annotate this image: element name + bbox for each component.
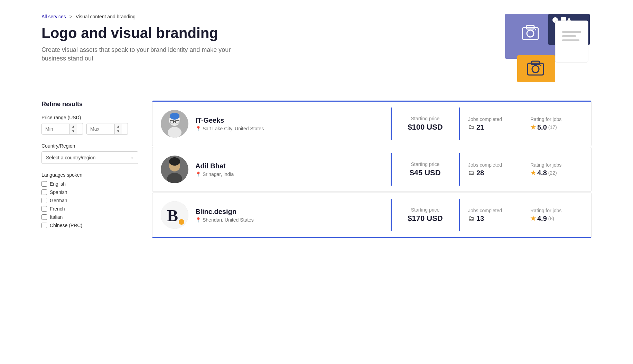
language-label-lang-chinese: Chinese (PRC) — [50, 223, 82, 228]
svg-point-21 — [170, 113, 179, 120]
jobs-label: Jobs completed — [468, 162, 514, 168]
price-value: $100 USD — [400, 123, 450, 132]
rating-label: Rating for jobs — [530, 208, 583, 213]
price-column: Starting price $100 USD — [391, 108, 460, 140]
rating-column: Rating for jobs ★ 4.9 (8) — [522, 199, 591, 231]
listing-card[interactable]: B Blinc.design 📍 Sheridan, United States… — [152, 193, 592, 238]
seller-location: 📍 Srinagar, India — [195, 171, 234, 177]
price-min-up[interactable]: ▲ — [70, 124, 77, 129]
language-checkbox-lang-italian[interactable] — [41, 214, 47, 220]
language-checkbox-lang-spanish[interactable] — [41, 189, 47, 195]
breadcrumb: All services > Visual content and brandi… — [41, 14, 249, 19]
price-max-down[interactable]: ▼ — [115, 129, 122, 134]
listing-card[interactable]: IT-Geeks 📍 Salt Lake City, United States… — [152, 101, 592, 146]
svg-rect-12 — [562, 39, 579, 41]
jobs-value: 🗂 28 — [468, 169, 514, 177]
jobs-column: Jobs completed 🗂 13 — [460, 199, 522, 231]
price-max-up[interactable]: ▲ — [115, 124, 122, 129]
rating-column: Rating for jobs ★ 4.8 (22) — [522, 154, 591, 185]
svg-point-4 — [535, 29, 536, 30]
jobs-value: 🗂 13 — [468, 215, 514, 223]
jobs-value: 🗂 21 — [468, 123, 514, 131]
location-icon: 📍 — [195, 217, 201, 223]
language-label-lang-english: English — [50, 181, 66, 187]
country-filter: Country/Region Select a country/region — [41, 143, 138, 164]
languages-label: Languages spoken — [41, 172, 138, 178]
svg-rect-9 — [555, 21, 588, 62]
country-label: Country/Region — [41, 143, 138, 149]
location-text: Salt Lake City, United States — [203, 126, 264, 131]
price-min-down[interactable]: ▼ — [70, 129, 77, 134]
languages-filter: Languages spoken English Spanish German … — [41, 172, 138, 228]
svg-rect-11 — [562, 35, 576, 37]
location-icon: 📍 — [195, 171, 201, 177]
seller-avatar: B — [161, 201, 188, 229]
seller-name: IT-Geeks — [195, 116, 264, 124]
star-icon: ★ — [530, 215, 536, 222]
page-title: Logo and visual branding — [41, 25, 249, 41]
svg-text:B: B — [167, 206, 178, 225]
rating-count: (17) — [548, 124, 557, 130]
seller-avatar — [161, 156, 188, 183]
language-label-lang-french: French — [50, 206, 65, 212]
listing-profile: IT-Geeks 📍 Salt Lake City, United States — [152, 102, 391, 146]
language-checkbox-lang-english[interactable] — [41, 181, 47, 187]
svg-rect-0 — [505, 14, 555, 59]
language-checkbox-lang-german[interactable] — [41, 198, 47, 203]
language-label-lang-spanish: Spanish — [50, 189, 67, 195]
price-max-input[interactable] — [87, 123, 114, 134]
price-label: Starting price — [400, 207, 450, 213]
star-icon: ★ — [530, 169, 536, 177]
language-checkbox-item[interactable]: French — [41, 206, 138, 212]
seller-info: IT-Geeks 📍 Salt Lake City, United States — [195, 116, 264, 131]
svg-rect-13 — [517, 55, 555, 82]
language-checkbox-item[interactable]: Chinese (PRC) — [41, 223, 138, 228]
jobs-icon: 🗂 — [468, 169, 474, 177]
svg-point-20 — [168, 127, 181, 138]
star-icon: ★ — [530, 123, 536, 131]
jobs-icon: 🗂 — [468, 215, 474, 222]
price-column: Starting price $45 USD — [391, 153, 460, 186]
country-select-wrap: Select a country/region — [41, 151, 138, 164]
seller-location: 📍 Salt Lake City, United States — [195, 126, 264, 131]
rating-value: ★ 4.9 (8) — [530, 215, 583, 223]
language-checkbox-lang-chinese[interactable] — [41, 223, 47, 228]
rating-count: (8) — [548, 216, 554, 221]
price-range-filter: Price range (USD) ▲ ▼ ▲ ▼ — [41, 115, 138, 135]
language-checkbox-item[interactable]: German — [41, 198, 138, 203]
price-value: $45 USD — [400, 168, 450, 177]
jobs-icon: 🗂 — [468, 124, 474, 131]
rating-label: Rating for jobs — [530, 116, 583, 122]
language-checkbox-item[interactable]: English — [41, 181, 138, 187]
price-min-input-wrap: ▲ ▼ — [41, 123, 83, 135]
price-range-label: Price range (USD) — [41, 115, 138, 120]
svg-point-31 — [179, 219, 184, 225]
language-checkboxes-container: English Spanish German French Italian Ch… — [41, 181, 138, 228]
listing-profile: Adil Bhat 📍 Srinagar, India — [152, 147, 391, 192]
price-label: Starting price — [400, 116, 450, 121]
page-subtitle: Create visual assets that speak to your … — [41, 46, 249, 63]
seller-avatar — [161, 110, 188, 138]
listings-container: IT-Geeks 📍 Salt Lake City, United States… — [152, 101, 592, 239]
language-label-lang-italian: Italian — [50, 214, 63, 220]
location-icon: 📍 — [195, 126, 201, 131]
svg-point-17 — [540, 65, 541, 66]
listing-profile: B Blinc.design 📍 Sheridan, United States — [152, 193, 391, 237]
price-label: Starting price — [400, 161, 450, 167]
price-value: $170 USD — [400, 214, 450, 223]
language-checkbox-lang-french[interactable] — [41, 206, 47, 212]
all-services-link[interactable]: All services — [41, 14, 66, 19]
svg-point-28 — [169, 157, 180, 166]
price-min-input[interactable] — [42, 123, 69, 134]
seller-location: 📍 Sheridan, United States — [195, 217, 254, 223]
language-checkbox-item[interactable]: Italian — [41, 214, 138, 220]
price-max-input-wrap: ▲ ▼ — [86, 123, 128, 135]
country-select[interactable]: Select a country/region — [41, 151, 138, 164]
language-label-lang-german: German — [50, 198, 67, 203]
language-checkbox-item[interactable]: Spanish — [41, 189, 138, 195]
seller-name: Adil Bhat — [195, 162, 234, 170]
listing-card[interactable]: Adil Bhat 📍 Srinagar, India Starting pri… — [152, 147, 592, 192]
rating-count: (22) — [548, 170, 557, 176]
jobs-label: Jobs completed — [468, 116, 514, 122]
breadcrumb-current: Visual content and branding — [76, 14, 136, 19]
